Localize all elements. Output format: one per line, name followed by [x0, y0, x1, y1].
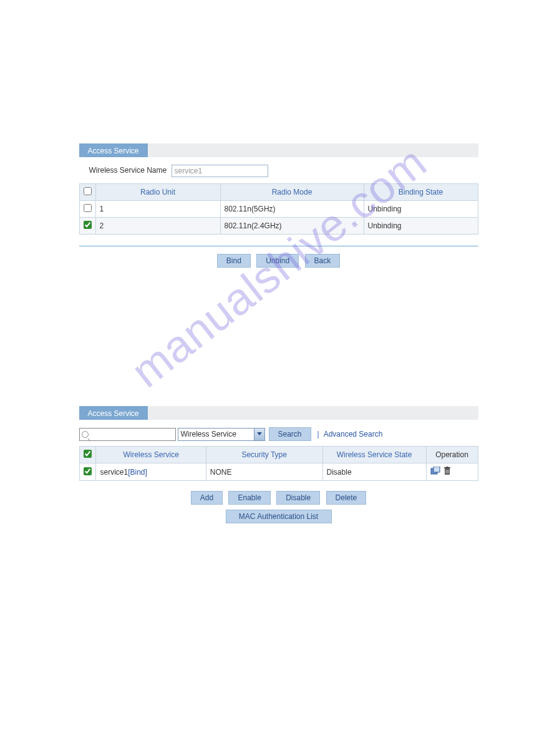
- tab-access-service[interactable]: Access Service: [79, 143, 148, 157]
- delete-icon[interactable]: [443, 467, 451, 477]
- cell-service-state: Disable: [322, 463, 426, 481]
- cell-security-type: NONE: [206, 463, 322, 481]
- tab-bar: Access Service: [79, 143, 478, 157]
- bind-button[interactable]: Bind: [217, 254, 251, 268]
- svg-marker-0: [257, 432, 262, 435]
- svg-rect-5: [446, 467, 448, 468]
- table-row: 2 802.11n(2.4GHz) Unbinding: [79, 218, 478, 235]
- service-name-text: service1: [100, 468, 128, 477]
- select-all-checkbox[interactable]: [84, 187, 92, 195]
- search-field-select[interactable]: Wireless Service: [178, 428, 265, 441]
- select-all-checkbox[interactable]: [84, 450, 92, 458]
- bind-button-row: Bind Unbind Back: [79, 253, 478, 269]
- tab-access-service[interactable]: Access Service: [79, 406, 148, 420]
- col-operation: Operation: [426, 447, 478, 463]
- edit-icon[interactable]: [430, 467, 440, 477]
- svg-rect-7: [447, 470, 447, 473]
- bind-link[interactable]: [Bind]: [128, 468, 147, 477]
- select-value: Wireless Service: [181, 430, 236, 439]
- unbind-button[interactable]: Unbind: [256, 254, 299, 268]
- back-button[interactable]: Back: [305, 254, 341, 268]
- cell-binding-state: Unbinding: [364, 218, 478, 235]
- row-checkbox[interactable]: [84, 221, 92, 229]
- tab-bar: Access Service: [79, 406, 478, 420]
- advanced-search-link[interactable]: Advanced Search: [324, 430, 383, 439]
- search-input[interactable]: [79, 428, 176, 441]
- svg-rect-2: [433, 467, 440, 472]
- col-binding-state[interactable]: Binding State: [364, 184, 478, 201]
- radio-table: Radio Unit Radio Mode Binding State 1 80…: [79, 183, 478, 235]
- row-checkbox[interactable]: [84, 467, 92, 475]
- enable-button[interactable]: Enable: [228, 491, 270, 505]
- cell-binding-state: Unbinding: [364, 201, 478, 218]
- search-button[interactable]: Search: [269, 427, 311, 441]
- separator-pipe: |: [315, 430, 322, 439]
- cell-radio-mode: 802.11n(5GHz): [220, 201, 364, 218]
- service-name-label: Wireless Service Name: [84, 166, 172, 176]
- search-bar: Wireless Service Search | Advanced Searc…: [79, 426, 478, 442]
- cell-operation: [426, 463, 478, 481]
- chevron-down-icon: [254, 429, 264, 440]
- access-service-list-panel: Access Service Wireless Service Search |…: [79, 406, 478, 525]
- cell-radio-unit: 1: [95, 201, 220, 218]
- col-service-state[interactable]: Wireless Service State: [322, 447, 426, 463]
- cell-radio-mode: 802.11n(2.4GHz): [220, 218, 364, 235]
- col-wireless-service[interactable]: Wireless Service: [96, 447, 206, 463]
- service-table: Wireless Service Security Type Wireless …: [79, 446, 478, 481]
- search-icon: [82, 431, 89, 438]
- service-name-row: Wireless Service Name: [79, 157, 478, 183]
- select-all-header: [79, 184, 95, 201]
- action-button-row: Add Enable Disable Delete MAC Authentica…: [79, 490, 478, 525]
- col-radio-mode[interactable]: Radio Mode: [220, 184, 364, 201]
- service-name-input[interactable]: [172, 165, 268, 177]
- col-security-type[interactable]: Security Type: [206, 447, 322, 463]
- svg-rect-8: [448, 470, 448, 473]
- table-row: service1[Bind] NONE Disable: [79, 463, 478, 481]
- mac-auth-button[interactable]: MAC Authentication List: [226, 510, 332, 523]
- row-checkbox[interactable]: [84, 204, 92, 212]
- table-row: 1 802.11n(5GHz) Unbinding: [79, 201, 478, 218]
- cell-radio-unit: 2: [95, 218, 220, 235]
- separator: [79, 246, 478, 246]
- cell-service-name: service1[Bind]: [96, 463, 206, 481]
- svg-rect-6: [445, 470, 446, 473]
- access-service-bind-panel: Access Service Wireless Service Name Rad…: [79, 143, 478, 269]
- delete-button[interactable]: Delete: [326, 491, 367, 505]
- disable-button[interactable]: Disable: [276, 491, 320, 505]
- add-button[interactable]: Add: [191, 491, 223, 505]
- select-all-header: [79, 447, 96, 463]
- col-radio-unit[interactable]: Radio Unit: [95, 184, 220, 201]
